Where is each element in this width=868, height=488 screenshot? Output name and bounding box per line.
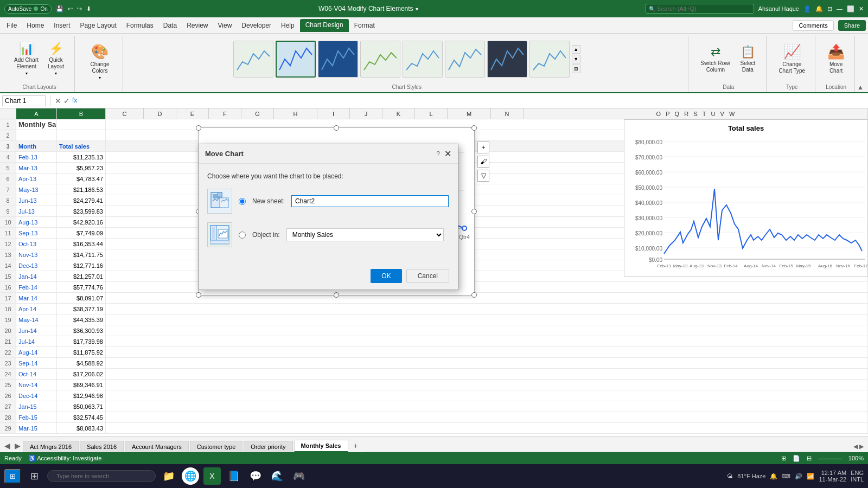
cell-b29[interactable]: $8,083.43 — [57, 423, 106, 433]
move-chart-button[interactable]: 📤 MoveChart — [824, 41, 848, 76]
menu-format[interactable]: Format — [350, 20, 379, 31]
comments-button[interactable]: Comments — [793, 20, 833, 31]
cell-a22[interactable]: Aug-14 — [16, 347, 57, 357]
col-header-rest[interactable]: O P Q R S T U V W — [524, 108, 868, 119]
cell-b12[interactable]: $16,353.44 — [57, 239, 106, 249]
confirm-formula-icon[interactable]: ✓ — [63, 97, 70, 105]
handle-br[interactable] — [471, 292, 477, 298]
menu-file[interactable]: File — [2, 20, 21, 31]
redo-icon[interactable]: ↪ — [77, 5, 82, 12]
cell-b15[interactable]: $21,257.01 — [57, 271, 106, 281]
maximize-btn[interactable]: ⬜ — [847, 5, 854, 12]
cell-b6[interactable]: $4,783.47 — [57, 174, 106, 184]
col-header-e[interactable]: E — [176, 108, 209, 119]
cell-b11[interactable]: $7,749.09 — [57, 228, 106, 238]
cell-b10[interactable]: $42,920.16 — [57, 217, 106, 227]
cell-b4[interactable]: $11,235.13 — [57, 152, 106, 162]
sheet-tab-monthly-sales[interactable]: Monthly Sales — [294, 440, 348, 452]
menu-page-layout[interactable]: Page Layout — [75, 20, 120, 31]
name-box[interactable] — [2, 95, 46, 106]
handle-bc[interactable] — [334, 292, 339, 298]
search-input[interactable] — [646, 4, 754, 14]
cell-a26[interactable]: Dec-14 — [16, 390, 57, 401]
handle-mr[interactable] — [471, 209, 477, 214]
sheet-tab-order-priority[interactable]: Order priority — [244, 441, 292, 452]
cell-a11[interactable]: Sep-13 — [16, 228, 57, 238]
chart-style-3[interactable] — [318, 41, 358, 78]
cell-a21[interactable]: Jul-14 — [16, 336, 57, 346]
chart-add-btn[interactable]: + — [477, 142, 489, 153]
cell-a18[interactable]: Apr-14 — [16, 304, 57, 314]
cell-b9[interactable]: $23,599.83 — [57, 206, 106, 216]
formula-input[interactable] — [79, 96, 866, 106]
scroll-down[interactable]: ▼ — [572, 55, 580, 63]
chart-style-2[interactable] — [276, 41, 316, 78]
handle-tc[interactable] — [334, 125, 339, 131]
ribbon-display-icon[interactable]: ⊟ — [827, 5, 832, 12]
object-in-radio[interactable] — [239, 232, 246, 239]
scroll-up[interactable]: ▲ — [572, 45, 580, 54]
cell-a27[interactable]: Jan-15 — [16, 401, 57, 412]
cell-b24[interactable]: $17,206.02 — [57, 369, 106, 379]
page-layout-btn[interactable]: 📄 — [793, 455, 800, 462]
col-header-n[interactable]: N — [491, 108, 524, 119]
cell-a12[interactable]: Oct-13 — [16, 239, 57, 249]
cell-b7[interactable]: $21,186.53 — [57, 184, 106, 195]
cell-a5[interactable]: Mar-13 — [16, 163, 57, 173]
quick-access-icon[interactable]: ⬇ — [86, 5, 91, 12]
cell-b27[interactable]: $50,063.71 — [57, 401, 106, 412]
chart-style-8[interactable] — [529, 41, 570, 78]
menu-help[interactable]: Help — [277, 20, 299, 31]
col-header-h[interactable]: H — [274, 108, 317, 119]
menu-developer[interactable]: Developer — [237, 20, 276, 31]
cell-a29[interactable]: Mar-15 — [16, 423, 57, 433]
cell-a8[interactable]: Jun-13 — [16, 195, 57, 206]
col-header-m[interactable]: M — [448, 108, 491, 119]
cell-b3[interactable]: Total sales — [57, 141, 106, 151]
cell-b23[interactable]: $4,588.92 — [57, 358, 106, 368]
tab-add-button[interactable]: + — [349, 439, 362, 452]
cell-b14[interactable]: $12,771.16 — [57, 260, 106, 271]
save-icon[interactable]: 💾 — [56, 5, 63, 12]
dropdown-arrow[interactable]: ▾ — [416, 6, 418, 12]
modal-cancel-button[interactable]: Cancel — [406, 269, 449, 283]
cell-b25[interactable]: $69,346.91 — [57, 380, 106, 390]
chart-style-6[interactable] — [445, 41, 485, 78]
menu-insert[interactable]: Insert — [49, 20, 74, 31]
handle-bl[interactable] — [196, 292, 201, 298]
chart-filter-btn[interactable]: ▽ — [477, 170, 489, 182]
cell-b20[interactable]: $36,300.93 — [57, 325, 106, 336]
menu-view[interactable]: View — [214, 20, 237, 31]
close-btn[interactable]: ✕ — [859, 5, 864, 12]
cell-a7[interactable]: May-13 — [16, 184, 57, 195]
new-sheet-name-input[interactable] — [291, 195, 449, 207]
insert-function-icon[interactable]: fx — [72, 97, 77, 105]
cell-b26[interactable]: $12,946.98 — [57, 390, 106, 401]
menu-review[interactable]: Review — [182, 20, 212, 31]
sheet-tab-account-managers[interactable]: Account Managers — [125, 441, 189, 452]
sheet-tab-sales-2016[interactable]: Sales 2016 — [80, 441, 124, 452]
chart-style-1[interactable] — [233, 41, 273, 78]
cell-a19[interactable]: May-14 — [16, 314, 57, 325]
new-sheet-radio[interactable] — [239, 198, 246, 205]
cell-a4[interactable]: Feb-13 — [16, 152, 57, 162]
chart-style-5[interactable] — [403, 41, 443, 78]
accessibility-icon[interactable]: ♿ — [28, 455, 36, 461]
switch-row-col-button[interactable]: ⇄ Switch Row/Column — [697, 43, 733, 75]
menu-home[interactable]: Home — [22, 20, 48, 31]
cell-b22[interactable]: $11,875.92 — [57, 347, 106, 357]
object-in-select[interactable]: Monthly Sales — [286, 228, 444, 241]
cell-b8[interactable]: $24,279.41 — [57, 195, 106, 206]
sheet-nav-left[interactable]: ◀ — [2, 439, 12, 452]
cell-a1[interactable]: Monthly Sales — [16, 119, 57, 130]
col-header-c[interactable]: C — [106, 108, 144, 119]
chart-style-btn[interactable]: 🖌 — [477, 156, 489, 168]
minimize-btn[interactable]: — — [837, 5, 843, 12]
cell-a9[interactable]: Jul-13 — [16, 206, 57, 216]
zoom-slider[interactable]: ———— — [818, 455, 842, 461]
cell-b17[interactable]: $8,091.07 — [57, 293, 106, 303]
cell-a20[interactable]: Jun-14 — [16, 325, 57, 336]
chart-style-7[interactable] — [487, 41, 527, 78]
modal-close-button[interactable]: ✕ — [444, 149, 451, 159]
cell-a3[interactable]: Month — [16, 141, 57, 151]
